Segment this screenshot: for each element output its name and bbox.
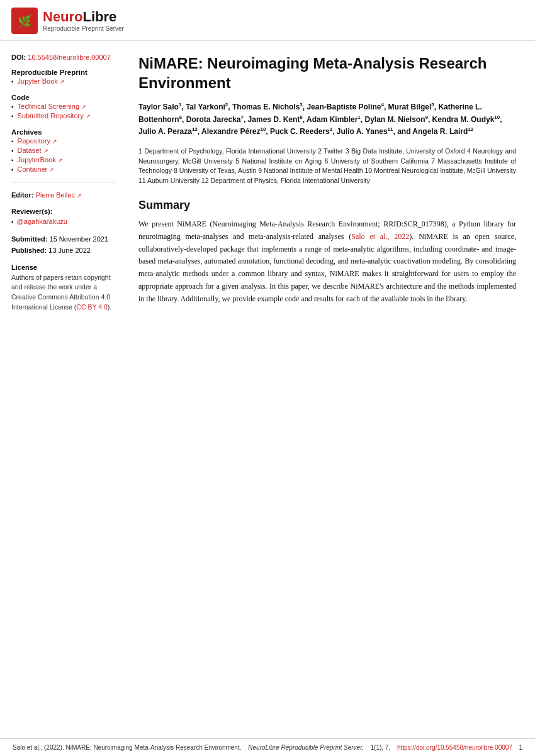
- bullet-icon: ▪: [11, 78, 14, 85]
- list-item: ▪ Dataset ↗: [11, 147, 116, 154]
- sidebar-code: Code ▪ Technical Screening ↗ ▪ Submitted…: [11, 94, 116, 120]
- logo-libre: Libre: [83, 9, 117, 25]
- list-item: ▪ JupyterBook ↗: [11, 156, 116, 164]
- footer-volume: 1(1), 7.: [371, 744, 391, 751]
- jupyterbook-link[interactable]: JupyterBook ↗: [18, 156, 63, 164]
- footer-citation: Salo et al., (2022). NiMARE: Neuroimagin…: [13, 744, 242, 751]
- footer: Salo et al., (2022). NiMARE: Neuroimagin…: [0, 738, 535, 756]
- list-item: ▪ Repository ↗: [11, 137, 116, 145]
- reviewers-label: Reviewer(s):: [11, 208, 116, 215]
- external-link-icon: ↗: [52, 138, 57, 145]
- reproducible-preprint-label: Reproducible Preprint: [11, 69, 116, 76]
- logo-neuro: Neuro: [43, 9, 83, 25]
- archives-label: Archives: [11, 128, 116, 136]
- svg-text:🌿: 🌿: [18, 14, 32, 28]
- external-link-icon: ↗: [77, 192, 82, 199]
- footer-doi-link[interactable]: https://doi.org/10.55458/neurolibre.0000…: [397, 744, 512, 751]
- authors: Taylor Salo1, Tal Yarkoni2, Thomas E. Ni…: [138, 101, 516, 138]
- archives-list: ▪ Repository ↗ ▪ Dataset ↗ ▪ JupyterBook…: [11, 137, 116, 173]
- published-label: Published:: [11, 247, 47, 254]
- logo-text: NeuroLibre Reproducible Preprint Server: [43, 9, 124, 31]
- container-link[interactable]: Container ↗: [18, 165, 55, 173]
- sidebar-reproducible-preprint: Reproducible Preprint ▪ Jupyter Book ↗: [11, 69, 116, 85]
- affiliations: 1 Department of Psychology, Florida Inte…: [138, 147, 516, 186]
- abstract-text: We present NiMARE (Neuroimaging Meta-Ana…: [138, 218, 516, 306]
- sidebar-divider: [11, 182, 116, 182]
- article-title: NiMARE: Neuroimaging Meta-Analysis Resea…: [138, 53, 516, 92]
- technical-screening-link[interactable]: Technical Screening ↗: [18, 103, 87, 110]
- logo-tagline: Reproducible Preprint Server: [43, 25, 124, 32]
- sidebar-editor: Editor: Pierre Bellec ↗: [11, 191, 116, 199]
- article-body: NiMARE: Neuroimaging Meta-Analysis Resea…: [126, 41, 535, 325]
- list-item: ▪ Technical Screening ↗: [11, 103, 116, 110]
- summary-heading: Summary: [138, 199, 516, 212]
- submitted-date: Submitted: 15 November 2021: [11, 234, 116, 245]
- external-link-icon: ↗: [86, 113, 91, 120]
- code-list: ▪ Technical Screening ↗ ▪ Submitted Repo…: [11, 103, 116, 120]
- repository-link[interactable]: Repository ↗: [18, 137, 58, 145]
- doi-label: DOI:: [11, 53, 26, 61]
- license-close: ).: [108, 303, 111, 311]
- bullet-icon: ▪: [11, 103, 14, 110]
- bullet-icon: ▪: [11, 147, 14, 154]
- site-header: 🌿 NeuroLibre Reproducible Preprint Serve…: [0, 0, 535, 41]
- list-item: ▪ Submitted Repository ↗: [11, 112, 116, 120]
- list-item: ▪ @agahkarakuzu: [11, 218, 116, 225]
- footer-page-number: 1: [519, 744, 522, 751]
- sidebar-doi: DOI: 10.55458/neurolibre.00007: [11, 53, 116, 61]
- sidebar-dates: Submitted: 15 November 2021 Published: 1…: [11, 234, 116, 256]
- sidebar-archives: Archives ▪ Repository ↗ ▪ Dataset ↗ ▪ Ju…: [11, 128, 116, 173]
- bullet-icon: ▪: [11, 113, 14, 120]
- submitted-repository-link[interactable]: Submitted Repository ↗: [18, 112, 91, 120]
- list-item: ▪ Jupyter Book ↗: [11, 77, 116, 85]
- bullet-icon: ▪: [11, 218, 14, 225]
- reviewers-list: ▪ @agahkarakuzu: [11, 218, 116, 225]
- editor-label: Editor:: [11, 191, 33, 199]
- external-link-icon: ↗: [49, 167, 54, 173]
- reviewer-link[interactable]: @agahkarakuzu: [17, 218, 67, 225]
- main-content: DOI: 10.55458/neurolibre.00007 Reproduci…: [0, 41, 535, 325]
- sidebar: DOI: 10.55458/neurolibre.00007 Reproduci…: [0, 41, 126, 325]
- external-link-icon: ↗: [58, 157, 63, 164]
- code-label: Code: [11, 94, 116, 101]
- license-link[interactable]: CC BY 4.0: [76, 303, 107, 311]
- license-label: License: [11, 262, 116, 273]
- footer-journal: NeuroLibre Reproducible Preprint Server,: [248, 744, 363, 751]
- bullet-icon: ▪: [11, 157, 14, 164]
- published-date: Published: 13 June 2022: [11, 245, 116, 257]
- abstract-citation-link[interactable]: Salo et al., 2022: [351, 232, 409, 241]
- logo-name: NeuroLibre: [43, 9, 124, 25]
- dataset-link[interactable]: Dataset ↗: [18, 147, 48, 154]
- jupyter-book-link[interactable]: Jupyter Book ↗: [18, 77, 65, 85]
- bullet-icon: ▪: [11, 138, 14, 145]
- submitted-date-value: 15 November 2021: [50, 235, 109, 243]
- external-link-icon: ↗: [43, 148, 48, 154]
- submitted-label: Submitted:: [11, 235, 47, 243]
- logo-icon: 🌿: [11, 8, 38, 34]
- published-date-value: 13 June 2022: [48, 247, 91, 254]
- bullet-icon: ▪: [11, 166, 14, 173]
- external-link-icon: ↗: [60, 79, 65, 85]
- sidebar-reviewers: Reviewer(s): ▪ @agahkarakuzu: [11, 208, 116, 225]
- reproducible-list: ▪ Jupyter Book ↗: [11, 77, 116, 85]
- external-link-icon: ↗: [81, 104, 86, 110]
- editor-link[interactable]: Pierre Bellec ↗: [36, 191, 82, 199]
- sidebar-license: License Authors of papers retain copyrig…: [11, 262, 116, 313]
- doi-link[interactable]: 10.55458/neurolibre.00007: [28, 53, 111, 61]
- logo: 🌿 NeuroLibre Reproducible Preprint Serve…: [11, 8, 124, 34]
- list-item: ▪ Container ↗: [11, 165, 116, 173]
